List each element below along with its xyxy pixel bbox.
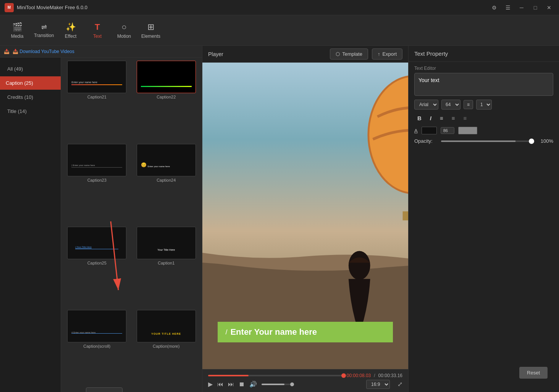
download-bar[interactable]: 📥 📥 Download YouTube Videos xyxy=(0,46,202,58)
media-icon: 🎬 xyxy=(12,22,23,32)
text-editor-value: Your text xyxy=(418,77,439,83)
opacity-slider[interactable] xyxy=(441,140,534,142)
list-button[interactable]: ≡ xyxy=(464,100,473,109)
list-num-select[interactable]: 1 xyxy=(476,100,492,110)
effect-icon: ✨ xyxy=(66,22,76,32)
prev-button[interactable]: ⏮ xyxy=(217,381,223,388)
sidebar-item-all[interactable]: All (49) xyxy=(2,62,59,76)
download-icon: 📥 xyxy=(4,49,10,54)
caption-thumbnail: Enter your name here xyxy=(67,61,126,93)
quick-split-option[interactable]: Quick Split xyxy=(86,389,122,392)
svg-point-16 xyxy=(349,251,370,280)
player-video: / Enter Your name here xyxy=(202,63,408,369)
progress-fill xyxy=(208,375,249,376)
toolbar-elements[interactable]: ⊞ Elements xyxy=(137,17,164,44)
menu-icon[interactable]: ☰ xyxy=(502,2,513,13)
list-item[interactable]: Caption22 xyxy=(134,61,199,140)
maximize-icon[interactable]: □ xyxy=(530,2,541,13)
toolbar-transition[interactable]: ⇌ Transition xyxy=(31,17,57,44)
caption-text: Enter Your name here xyxy=(230,327,317,337)
media-label: Media xyxy=(11,34,24,39)
list-item[interactable]: | Your Title Here Caption25 xyxy=(64,227,130,306)
video-frame: / Enter Your name here xyxy=(202,63,408,369)
ratio-select[interactable]: 16:9 9:16 4:3 1:1 xyxy=(366,380,390,389)
volume-fill xyxy=(262,384,284,385)
caption-name: Caption1 xyxy=(158,261,174,265)
progress-bar-wrap: 00:00:08.03 / 00:00:33.16 xyxy=(208,373,402,378)
app-logo: M xyxy=(5,3,14,12)
align-center-button[interactable]: ≡ xyxy=(449,113,458,123)
progress-bar[interactable] xyxy=(208,375,344,376)
caption-thumbnail: | Your Title Here xyxy=(67,227,126,259)
list-item[interactable]: Enter your name here Caption21 xyxy=(64,61,130,140)
minimize-icon[interactable]: ─ xyxy=(516,2,527,13)
export-icon: ↑ xyxy=(378,51,380,57)
align-left-button[interactable]: ≡ xyxy=(437,113,446,123)
download-label: 📥 Download YouTube Videos xyxy=(13,49,74,54)
sidebar-item-all-label: All (49) xyxy=(7,66,23,72)
split-popup: Quick Split Full Split xyxy=(86,387,123,392)
toolbar-motion[interactable]: ○ Motion xyxy=(111,17,137,44)
transition-icon: ⇌ xyxy=(41,23,47,31)
play-button[interactable]: ▶ xyxy=(208,381,213,388)
list-item[interactable]: # Enter your name here Caption(scroll) xyxy=(64,310,130,389)
export-button[interactable]: ↑ Export xyxy=(372,48,402,60)
toolbar-text[interactable]: T Text xyxy=(84,17,111,44)
caption-bar: / Enter Your name here xyxy=(218,322,393,342)
caption-name: Caption24 xyxy=(157,178,176,182)
font-size-select[interactable]: 64 xyxy=(441,100,460,110)
volume-icon[interactable]: 🔊 xyxy=(249,381,257,388)
left-content: All (49) Caption (25) Credits (10) Title… xyxy=(0,58,202,392)
bg-color-swatch[interactable] xyxy=(458,127,477,134)
reset-button[interactable]: Reset xyxy=(519,367,548,379)
close-icon[interactable]: ✕ xyxy=(544,2,554,13)
volume-thumb xyxy=(290,382,294,386)
opacity-value: 100% xyxy=(538,138,553,144)
list-item[interactable]: Your Title Here Caption1 xyxy=(134,227,199,306)
italic-button[interactable]: I xyxy=(427,113,435,123)
next-button[interactable]: ⏭ xyxy=(228,381,234,388)
bold-button[interactable]: B xyxy=(414,113,425,123)
app-title: MiniTool MovieMaker Free 6.0.0 xyxy=(17,5,489,10)
player-controls: 00:00:08.03 / 00:00:33.16 ▶ ⏮ ⏭ ⏹ 🔊 16:9… xyxy=(202,369,408,392)
opacity-label: Opacity: xyxy=(414,138,437,144)
font-controls: Arial 64 ≡ 1 xyxy=(409,96,559,113)
volume-bar[interactable] xyxy=(262,384,292,385)
template-icon: ⬡ xyxy=(336,51,340,57)
template-button[interactable]: ⬡ Template xyxy=(330,48,368,60)
player-title: Player xyxy=(208,51,223,57)
list-item[interactable]: | Enter your name here Caption23 xyxy=(64,144,130,223)
text-color-value[interactable] xyxy=(441,127,454,134)
main-toolbar: 🎬 Media ⇌ Transition ✨ Effect T Text ○ M… xyxy=(0,15,559,46)
text-color-label: A xyxy=(414,128,418,134)
settings-icon[interactable]: ⚙ xyxy=(489,2,499,13)
font-select[interactable]: Arial xyxy=(414,100,438,110)
list-item[interactable]: 😊 Enter your name here Caption24 xyxy=(134,144,199,223)
list-item[interactable]: YOUR TITLE HERE Caption(more) xyxy=(134,310,199,389)
sidebar-item-credits-label: Credits (10) xyxy=(7,94,33,100)
app-body: 📥 📥 Download YouTube Videos All (49) Cap… xyxy=(0,46,559,392)
text-panel-sidebar: All (49) Caption (25) Credits (10) Title… xyxy=(0,58,61,392)
caption-thumbnail xyxy=(137,61,196,93)
text-color-swatch[interactable] xyxy=(422,127,437,134)
caption-name: Caption23 xyxy=(87,178,107,182)
transition-label: Transition xyxy=(34,33,54,38)
split-popup-container: Quick Split Full Split xyxy=(86,387,123,392)
player-section: Player ⬡ Template ↑ Export xyxy=(202,46,408,392)
caption-name: Caption21 xyxy=(87,95,107,99)
caption-thumbnail: YOUR TITLE HERE xyxy=(137,310,196,342)
control-buttons: ▶ ⏮ ⏭ ⏹ 🔊 16:9 9:16 4:3 1:1 ⤢ xyxy=(208,380,402,389)
toolbar-effect[interactable]: ✨ Effect xyxy=(57,17,84,44)
sidebar-item-credits[interactable]: Credits (10) xyxy=(2,90,59,104)
sidebar-item-title[interactable]: Title (14) xyxy=(2,105,59,118)
caption-name: Caption22 xyxy=(157,95,176,99)
align-right-button[interactable]: ≡ xyxy=(460,113,470,123)
text-icon: T xyxy=(95,22,100,32)
export-label: Export xyxy=(382,51,397,57)
text-property-panel: Text Property Text Editor Your text Aria… xyxy=(408,46,559,392)
sidebar-item-caption[interactable]: Caption (25) xyxy=(0,76,61,90)
toolbar-media[interactable]: 🎬 Media xyxy=(4,17,31,44)
text-editor-box[interactable]: Your text xyxy=(414,73,553,96)
stop-button[interactable]: ⏹ xyxy=(239,381,245,388)
fullscreen-button[interactable]: ⤢ xyxy=(397,381,402,388)
